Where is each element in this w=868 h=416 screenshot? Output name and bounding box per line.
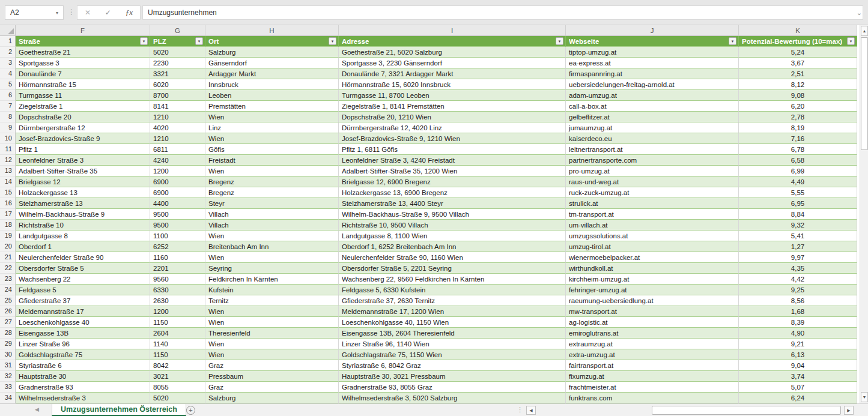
cell-strasse[interactable]: Landgutgasse 8 [16, 231, 150, 241]
cell-webseite[interactable]: ruck-zuck-umzug.at [566, 187, 739, 198]
cell-ort[interactable]: Villach [205, 220, 339, 231]
cell-webseite[interactable]: umzug-tirol.at [566, 241, 739, 252]
cell-webseite[interactable]: ea-express.at [566, 58, 739, 68]
filter-button[interactable]: ▼ [847, 37, 855, 45]
cell-webseite[interactable]: leitnertransport.at [566, 144, 739, 155]
row-number[interactable]: 3 [0, 58, 16, 68]
cell-ort[interactable]: Freistadt [205, 155, 339, 166]
formula-input[interactable]: Umzugsunternehmen [142, 5, 863, 20]
cell-ort[interactable]: Premstätten [205, 101, 339, 112]
cell-plz[interactable]: 1150 [150, 349, 205, 360]
cell-adresse[interactable]: Loeschenkohlgasse 40, 1150 Wien [339, 317, 566, 328]
cell-bewertung[interactable]: 8,39 [739, 317, 857, 328]
cell-bewertung[interactable]: 4,35 [739, 263, 857, 274]
row-number[interactable]: 1 [0, 36, 16, 47]
cell-ort[interactable]: Linz [205, 122, 339, 133]
cell-adresse[interactable]: Josef-Brazdovics-Straße 9, 1210 Wien [339, 133, 566, 144]
tab-nav-left-icon[interactable]: ◀ [35, 406, 39, 412]
cell-bewertung[interactable]: 6,58 [739, 155, 857, 166]
cancel-icon[interactable]: ✕ [85, 8, 91, 17]
header-cell-ort[interactable]: Ort ▼ [205, 36, 339, 47]
cell-webseite[interactable]: ag-logistic.at [566, 317, 739, 328]
cell-plz[interactable]: 2604 [150, 328, 205, 339]
row-number[interactable]: 7 [0, 101, 16, 112]
row-number[interactable]: 23 [0, 274, 16, 285]
cell-strasse[interactable]: Richtstraße 10 [16, 220, 150, 231]
cell-bewertung[interactable]: 6,13 [739, 349, 857, 360]
cell-strasse[interactable]: Obersdorfer Straße 5 [16, 263, 150, 274]
row-number[interactable]: 29 [0, 339, 16, 349]
cell-ort[interactable]: Wien [205, 231, 339, 241]
cell-adresse[interactable]: Turmgasse 11, 8700 Leoben [339, 90, 566, 101]
cell-ort[interactable]: Seyring [205, 263, 339, 274]
sheet-tab-active[interactable]: Umzugsunternehmen Österreich [52, 404, 186, 416]
cell-ort[interactable]: Wien [205, 349, 339, 360]
cell-bewertung[interactable]: 3,74 [739, 371, 857, 382]
row-number[interactable]: 16 [0, 198, 16, 209]
cell-webseite[interactable]: tm-transport.at [566, 209, 739, 220]
cell-ort[interactable]: Leoben [205, 90, 339, 101]
column-header-i[interactable]: I [339, 25, 566, 35]
cell-ort[interactable]: Wien [205, 166, 339, 176]
cell-bewertung[interactable]: 1,68 [739, 306, 857, 317]
select-all-button[interactable] [0, 25, 16, 35]
cell-strasse[interactable]: Feldgasse 5 [16, 285, 150, 295]
cell-strasse[interactable]: Holzackergasse 13 [16, 187, 150, 198]
row-number[interactable]: 26 [0, 306, 16, 317]
cell-bewertung[interactable]: 3,67 [739, 58, 857, 68]
cell-adresse[interactable]: Holzackergasse 13, 6900 Bregenz [339, 187, 566, 198]
cell-adresse[interactable]: Brielgasse 12, 6900 Bregenz [339, 176, 566, 187]
cell-plz[interactable]: 5020 [150, 393, 205, 403]
cell-webseite[interactable]: adam-umzug.at [566, 90, 739, 101]
cell-bewertung[interactable]: 5,24 [739, 47, 857, 58]
cell-strasse[interactable]: Leonfeldner Straße 3 [16, 155, 150, 166]
cell-adresse[interactable]: Landgutgasse 8, 1100 Wien [339, 231, 566, 241]
cell-strasse[interactable]: Oberdorf 1 [16, 241, 150, 252]
cell-strasse[interactable]: Styriastraße 6 [16, 360, 150, 371]
cell-plz[interactable]: 4400 [150, 198, 205, 209]
cell-strasse[interactable]: Hörmannstraße 15 [16, 79, 150, 90]
cell-adresse[interactable]: Obersdorfer Straße 5, 2201 Seyring [339, 263, 566, 274]
cell-bewertung[interactable]: 4,49 [739, 176, 857, 187]
cell-adresse[interactable]: Gfiederstraße 37, 2630 Ternitz [339, 295, 566, 306]
cell-adresse[interactable]: Sportgasse 3, 2230 Gänserndorf [339, 58, 566, 68]
cell-strasse[interactable]: Dürrnbergerstraße 12 [16, 122, 150, 133]
cell-ort[interactable]: Bregenz [205, 176, 339, 187]
cell-plz[interactable]: 4240 [150, 155, 205, 166]
cell-plz[interactable]: 8700 [150, 90, 205, 101]
horizontal-scrollbar-thumb[interactable] [652, 406, 841, 415]
cell-bewertung[interactable]: 5,55 [739, 187, 857, 198]
row-number[interactable]: 32 [0, 371, 16, 382]
cell-adresse[interactable]: Neulerchenfelder Straße 90, 1160 Wien [339, 252, 566, 263]
cell-bewertung[interactable]: 8,12 [739, 79, 857, 90]
cell-plz[interactable]: 8141 [150, 101, 205, 112]
cell-adresse[interactable]: Dopschstraße 20, 1210 Wien [339, 112, 566, 122]
cell-webseite[interactable]: wirthundkoll.at [566, 263, 739, 274]
cell-strasse[interactable]: Donaulände 7 [16, 68, 150, 79]
cell-webseite[interactable]: kirchheim-umzug.at [566, 274, 739, 285]
cell-plz[interactable]: 1210 [150, 133, 205, 144]
cell-plz[interactable]: 4020 [150, 122, 205, 133]
vertical-scrollbar-thumb[interactable] [861, 37, 868, 150]
cell-plz[interactable]: 2630 [150, 295, 205, 306]
row-number[interactable]: 17 [0, 209, 16, 220]
cell-ort[interactable]: Pressbaum [205, 371, 339, 382]
filter-button[interactable]: ▼ [140, 37, 148, 45]
insert-function-icon[interactable]: ƒx [126, 8, 133, 17]
cell-bewertung[interactable]: 9,32 [739, 220, 857, 231]
cell-strasse[interactable]: Josef-Brazdovics-Straße 9 [16, 133, 150, 144]
cell-plz[interactable]: 9560 [150, 274, 205, 285]
cell-webseite[interactable]: kaiserdeco.eu [566, 133, 739, 144]
name-box[interactable]: A2 ▾ [5, 5, 64, 20]
filter-button[interactable]: ▼ [729, 37, 736, 45]
cell-plz[interactable]: 6900 [150, 187, 205, 198]
row-number[interactable]: 13 [0, 166, 16, 176]
row-number[interactable]: 27 [0, 317, 16, 328]
cell-adresse[interactable]: Hörmannstraße 15, 6020 Innsbruck [339, 79, 566, 90]
cell-strasse[interactable]: Sportgasse 3 [16, 58, 150, 68]
cell-strasse[interactable]: Linzer Straße 96 [16, 339, 150, 349]
cell-plz[interactable]: 6900 [150, 176, 205, 187]
row-number[interactable]: 8 [0, 112, 16, 122]
cell-ort[interactable]: Ardagger Markt [205, 68, 339, 79]
cell-webseite[interactable]: tiptop-umzug.at [566, 47, 739, 58]
